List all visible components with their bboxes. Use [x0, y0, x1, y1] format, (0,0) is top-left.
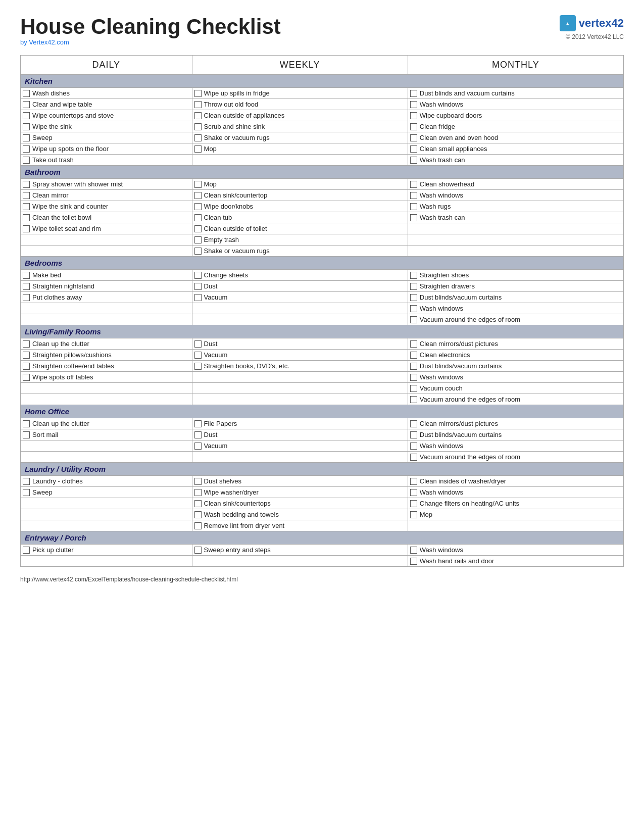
checkbox[interactable]: [410, 214, 417, 221]
checkbox[interactable]: [194, 420, 202, 427]
checkbox[interactable]: [410, 134, 417, 141]
checkbox[interactable]: [410, 90, 417, 97]
checkbox[interactable]: [194, 203, 202, 210]
checklist-item: Wash rugs: [410, 203, 621, 210]
checkbox[interactable]: [194, 511, 202, 518]
item-text: Shake or vacuum rugs: [204, 134, 270, 141]
checkbox[interactable]: [410, 203, 417, 210]
table-row: Wipe toilet seat and rim Clean outside o…: [21, 223, 624, 234]
item-text: Sweep entry and steps: [204, 546, 271, 554]
checklist-item: Take out trash: [23, 156, 190, 164]
checkbox[interactable]: [23, 134, 30, 141]
checkbox[interactable]: [194, 236, 202, 243]
checkbox[interactable]: [194, 489, 202, 496]
footer-url[interactable]: http://www.vertex42.com/ExcelTemplates/h…: [20, 576, 238, 583]
checkbox[interactable]: [194, 431, 202, 438]
checkbox[interactable]: [23, 157, 30, 164]
checklist-item: Wash trash can: [410, 156, 621, 164]
checkbox[interactable]: [23, 478, 30, 485]
checkbox[interactable]: [23, 123, 30, 130]
checkbox[interactable]: [194, 225, 202, 232]
checkbox[interactable]: [194, 248, 202, 255]
checkbox[interactable]: [410, 500, 417, 507]
item-text: Wipe door/knobs: [204, 203, 254, 210]
checkbox[interactable]: [23, 340, 30, 348]
checkbox[interactable]: [410, 294, 417, 301]
checkbox[interactable]: [194, 363, 202, 370]
checkbox[interactable]: [410, 454, 417, 461]
checkbox[interactable]: [194, 443, 202, 450]
checkbox[interactable]: [194, 123, 202, 130]
checkbox[interactable]: [194, 214, 202, 221]
checkbox[interactable]: [194, 145, 202, 153]
checkbox[interactable]: [23, 192, 30, 199]
checkbox[interactable]: [23, 272, 30, 279]
checkbox[interactable]: [194, 101, 202, 108]
checkbox[interactable]: [410, 157, 417, 164]
checkbox[interactable]: [23, 90, 30, 97]
checkbox[interactable]: [194, 522, 202, 529]
checkbox[interactable]: [194, 294, 202, 301]
checkbox[interactable]: [23, 145, 30, 153]
checkbox[interactable]: [23, 420, 30, 427]
checkbox[interactable]: [410, 374, 417, 381]
item-text: Clean mirrors/dust pictures: [420, 420, 498, 427]
checkbox[interactable]: [194, 283, 202, 290]
checkbox[interactable]: [410, 101, 417, 108]
checkbox[interactable]: [410, 316, 417, 323]
checkbox[interactable]: [410, 558, 417, 565]
checkbox[interactable]: [23, 489, 30, 496]
checkbox[interactable]: [410, 181, 417, 188]
item-text: Dust shelves: [204, 477, 241, 485]
checkbox[interactable]: [410, 352, 417, 359]
item-text: Vacuum around the edges of room: [420, 453, 520, 461]
checklist-item: Dust blinds/vacuum curtains: [410, 431, 621, 438]
checkbox[interactable]: [410, 385, 417, 392]
item-text: Shake or vacuum rugs: [204, 247, 270, 255]
checkbox[interactable]: [410, 443, 417, 450]
item-text: Clean showerhead: [420, 180, 474, 188]
checkbox[interactable]: [23, 181, 30, 188]
checkbox[interactable]: [23, 214, 30, 221]
checkbox[interactable]: [194, 340, 202, 348]
checkbox[interactable]: [410, 478, 417, 485]
checkbox[interactable]: [194, 112, 202, 119]
checkbox[interactable]: [194, 90, 202, 97]
checkbox[interactable]: [194, 181, 202, 188]
checkbox[interactable]: [194, 272, 202, 279]
checkbox[interactable]: [410, 396, 417, 403]
checkbox[interactable]: [23, 101, 30, 108]
checkbox[interactable]: [23, 112, 30, 119]
checkbox[interactable]: [410, 123, 417, 130]
checkbox[interactable]: [23, 352, 30, 359]
checkbox[interactable]: [410, 547, 417, 554]
checkbox[interactable]: [23, 374, 30, 381]
checkbox[interactable]: [410, 340, 417, 348]
checkbox[interactable]: [410, 192, 417, 199]
checkbox[interactable]: [23, 203, 30, 210]
checkbox[interactable]: [410, 363, 417, 370]
checkbox[interactable]: [23, 431, 30, 438]
checkbox[interactable]: [410, 272, 417, 279]
checkbox[interactable]: [194, 134, 202, 141]
checkbox[interactable]: [410, 431, 417, 438]
checkbox[interactable]: [194, 547, 202, 554]
checkbox[interactable]: [410, 420, 417, 427]
checklist-item: Vacuum around the edges of room: [410, 316, 621, 323]
checkbox[interactable]: [194, 478, 202, 485]
checkbox[interactable]: [410, 145, 417, 153]
checkbox[interactable]: [23, 294, 30, 301]
checkbox[interactable]: [410, 489, 417, 496]
subtitle-link[interactable]: by Vertex42.com: [20, 38, 69, 46]
checkbox[interactable]: [23, 225, 30, 232]
checkbox[interactable]: [23, 363, 30, 370]
checkbox[interactable]: [410, 511, 417, 518]
checkbox[interactable]: [410, 283, 417, 290]
checkbox[interactable]: [194, 500, 202, 507]
checkbox[interactable]: [194, 192, 202, 199]
checkbox[interactable]: [194, 352, 202, 359]
checkbox[interactable]: [23, 283, 30, 290]
checkbox[interactable]: [410, 112, 417, 119]
checkbox[interactable]: [410, 305, 417, 312]
checkbox[interactable]: [23, 547, 30, 554]
